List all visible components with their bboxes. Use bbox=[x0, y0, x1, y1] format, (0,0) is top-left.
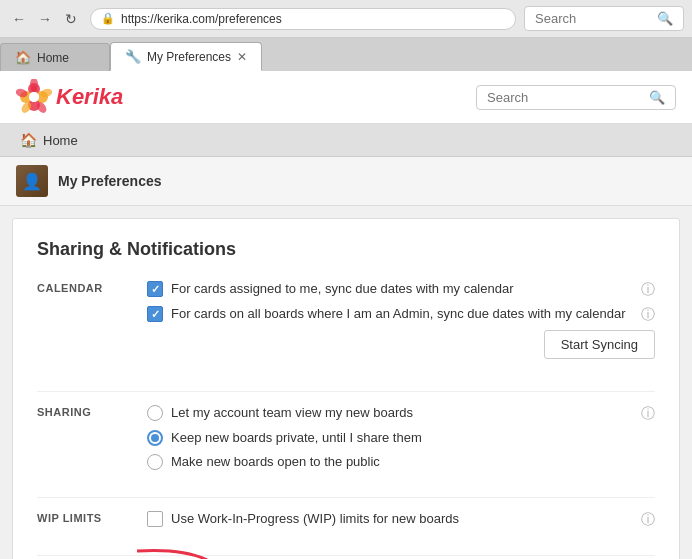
wip-row: WIP LIMITS Use Work-In-Progress (WIP) li… bbox=[37, 510, 655, 535]
lock-icon: 🔒 bbox=[101, 12, 115, 25]
divider-2 bbox=[37, 497, 655, 498]
wip-section: WIP LIMITS Use Work-In-Progress (WIP) li… bbox=[37, 510, 655, 535]
logo-area: Kerika bbox=[16, 79, 123, 115]
divider-3 bbox=[37, 555, 655, 556]
header-search-input[interactable] bbox=[487, 90, 643, 105]
sharing-radio-3[interactable] bbox=[147, 454, 163, 470]
sharing-radio-2[interactable] bbox=[147, 430, 163, 446]
app-header: Kerika 🔍 bbox=[0, 71, 692, 124]
wip-checkbox-1[interactable] bbox=[147, 511, 163, 527]
sharing-section: SHARING Let my account team view my new … bbox=[37, 404, 655, 477]
svg-point-11 bbox=[29, 92, 39, 102]
reload-button[interactable]: ↻ bbox=[60, 8, 82, 30]
back-button[interactable]: ← bbox=[8, 8, 30, 30]
tab-close-button[interactable]: ✕ bbox=[237, 50, 247, 64]
divider-1 bbox=[37, 391, 655, 392]
sharing-option-3: Make new boards open to the public bbox=[147, 453, 655, 471]
start-syncing-button[interactable]: Start Syncing bbox=[544, 330, 655, 359]
sharing-info-1[interactable]: ⓘ bbox=[641, 405, 655, 423]
nav-strip: 🏠 Home bbox=[0, 124, 692, 157]
preferences-tab-icon: 🔧 bbox=[125, 49, 141, 64]
main-content: Sharing & Notifications CALENDAR For car… bbox=[12, 218, 680, 559]
sharing-option-3-text: Make new boards open to the public bbox=[171, 453, 655, 471]
sharing-radio-1[interactable] bbox=[147, 405, 163, 421]
calendar-option-1: For cards assigned to me, sync due dates… bbox=[147, 280, 655, 299]
logo-text: Kerika bbox=[56, 84, 123, 110]
wip-option-1: Use Work-In-Progress (WIP) limits for ne… bbox=[147, 510, 655, 529]
forward-button[interactable]: → bbox=[34, 8, 56, 30]
wip-info-1[interactable]: ⓘ bbox=[641, 511, 655, 529]
tab-preferences[interactable]: 🔧 My Preferences ✕ bbox=[110, 42, 262, 71]
tab-home-label: Home bbox=[37, 51, 69, 65]
browser-search[interactable]: 🔍 bbox=[524, 6, 684, 31]
wip-options: Use Work-In-Progress (WIP) limits for ne… bbox=[147, 510, 655, 535]
header-search[interactable]: 🔍 bbox=[476, 85, 676, 110]
calendar-options: For cards assigned to me, sync due dates… bbox=[147, 280, 655, 371]
nav-home-label: Home bbox=[43, 133, 78, 148]
url-text: https://kerika.com/preferences bbox=[121, 12, 282, 26]
nav-home[interactable]: 🏠 Home bbox=[0, 124, 98, 156]
browser-chrome: ← → ↻ 🔒 https://kerika.com/preferences 🔍… bbox=[0, 0, 692, 71]
home-icon: 🏠 bbox=[20, 132, 37, 148]
sharing-option-1-text: Let my account team view my new boards bbox=[171, 404, 629, 422]
wip-label: WIP LIMITS bbox=[37, 510, 147, 524]
calendar-option-1-text: For cards assigned to me, sync due dates… bbox=[171, 280, 629, 298]
page-title: My Preferences bbox=[58, 173, 162, 189]
calendar-info-1[interactable]: ⓘ bbox=[641, 281, 655, 299]
sharing-label: SHARING bbox=[37, 404, 147, 418]
section-title: Sharing & Notifications bbox=[37, 239, 655, 260]
sharing-options: Let my account team view my new boards ⓘ… bbox=[147, 404, 655, 477]
calendar-info-2[interactable]: ⓘ bbox=[641, 306, 655, 324]
calendar-option-2-text: For cards on all boards where I am an Ad… bbox=[171, 305, 629, 323]
calendar-checkbox-1[interactable] bbox=[147, 281, 163, 297]
url-bar[interactable]: 🔒 https://kerika.com/preferences bbox=[90, 8, 516, 30]
sharing-option-2: Keep new boards private, until I share t… bbox=[147, 429, 655, 447]
wip-option-1-text: Use Work-In-Progress (WIP) limits for ne… bbox=[171, 510, 629, 528]
page-title-bar: 👤 My Preferences bbox=[0, 157, 692, 206]
avatar-image: 👤 bbox=[16, 165, 48, 197]
kerika-logo-icon bbox=[16, 79, 52, 115]
tab-preferences-label: My Preferences bbox=[147, 50, 231, 64]
start-syncing-row: Start Syncing bbox=[147, 330, 655, 359]
calendar-option-2: For cards on all boards where I am an Ad… bbox=[147, 305, 655, 324]
home-tab-icon: 🏠 bbox=[15, 50, 31, 65]
calendar-row: CALENDAR For cards assigned to me, sync … bbox=[37, 280, 655, 371]
header-search-icon: 🔍 bbox=[649, 90, 665, 105]
calendar-section: CALENDAR For cards assigned to me, sync … bbox=[37, 280, 655, 371]
avatar: 👤 bbox=[16, 165, 48, 197]
browser-bar: ← → ↻ 🔒 https://kerika.com/preferences 🔍 bbox=[0, 0, 692, 38]
sharing-row: SHARING Let my account team view my new … bbox=[37, 404, 655, 477]
browser-search-input[interactable] bbox=[535, 11, 651, 26]
tab-home[interactable]: 🏠 Home bbox=[0, 43, 110, 71]
sharing-option-2-text: Keep new boards private, until I share t… bbox=[171, 429, 655, 447]
calendar-label: CALENDAR bbox=[37, 280, 147, 294]
sharing-option-1: Let my account team view my new boards ⓘ bbox=[147, 404, 655, 423]
search-icon: 🔍 bbox=[657, 11, 673, 26]
calendar-checkbox-2[interactable] bbox=[147, 306, 163, 322]
tab-bar: 🏠 Home 🔧 My Preferences ✕ bbox=[0, 38, 692, 71]
browser-nav: ← → ↻ bbox=[8, 8, 82, 30]
